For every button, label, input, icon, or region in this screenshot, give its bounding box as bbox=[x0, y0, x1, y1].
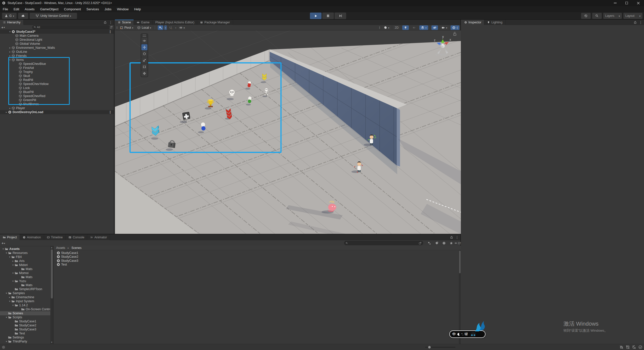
tab-animator[interactable]: Animator bbox=[87, 234, 110, 240]
expand-arrow-icon[interactable] bbox=[5, 291, 8, 295]
tab-hierarchy[interactable]: Hierarchy bbox=[0, 20, 24, 25]
tree-item[interactable]: Settings bbox=[0, 335, 50, 339]
panel-lock-icon[interactable] bbox=[103, 21, 107, 24]
tree-item[interactable]: 1.14.2 bbox=[0, 303, 50, 307]
hierarchy-item[interactable]: SpeedChevBlue bbox=[0, 62, 114, 66]
cloud-button[interactable] bbox=[18, 13, 28, 19]
expand-arrow-icon[interactable] bbox=[8, 106, 12, 110]
status-message-icon[interactable] bbox=[2, 346, 5, 349]
minimize-button[interactable] bbox=[609, 0, 621, 6]
zoom-slider-knob[interactable] bbox=[428, 346, 431, 348]
panel-lock-icon[interactable] bbox=[450, 236, 453, 239]
tab-player-input-actions[interactable]: Player (Input Actions Editor) bbox=[153, 20, 197, 25]
tab-console[interactable]: Console bbox=[66, 234, 87, 240]
transform-tool-button[interactable] bbox=[141, 70, 147, 76]
expand-arrow-icon[interactable] bbox=[8, 50, 12, 54]
ime-mode-label[interactable]: 中 bbox=[452, 332, 456, 336]
importance-filter-icon[interactable] bbox=[442, 241, 446, 245]
pivot-mode-dropdown[interactable]: Pivot bbox=[118, 25, 135, 30]
visible-count[interactable]: 22 bbox=[454, 242, 461, 245]
row-menu-icon[interactable] bbox=[108, 30, 112, 34]
rect-tool-button[interactable] bbox=[141, 64, 147, 70]
ime-key-label[interactable]: 键 bbox=[464, 332, 468, 336]
menu-services[interactable]: Services bbox=[84, 6, 102, 12]
global-search-button[interactable] bbox=[592, 13, 602, 19]
expand-arrow-icon[interactable] bbox=[11, 263, 15, 267]
expand-arrow-icon[interactable] bbox=[8, 255, 11, 259]
scene-viewport[interactable] bbox=[115, 30, 461, 234]
menu-edit[interactable]: Edit bbox=[11, 6, 22, 12]
view-tool-button[interactable] bbox=[141, 38, 147, 44]
create-asset-button[interactable]: + bbox=[2, 241, 5, 245]
tree-item[interactable]: StudyCase2 bbox=[0, 323, 50, 327]
tab-timeline[interactable]: Timeline bbox=[44, 234, 66, 240]
toggle-2d-button[interactable]: 2D bbox=[393, 25, 400, 30]
expand-arrow-icon[interactable] bbox=[8, 295, 11, 299]
step-button[interactable] bbox=[335, 13, 346, 19]
grid-visibility-caret[interactable] bbox=[164, 25, 167, 30]
cache-server-disabled-icon[interactable] bbox=[626, 345, 630, 349]
hierarchy-item[interactable]: GreenPill bbox=[0, 98, 114, 102]
expand-arrow-icon[interactable] bbox=[5, 110, 8, 114]
tree-item[interactable]: Test bbox=[0, 331, 50, 335]
version-control-button[interactable]: Unity Version Control bbox=[30, 13, 77, 19]
axis-y-label[interactable]: y bbox=[442, 35, 444, 38]
panel-menu-icon[interactable] bbox=[109, 20, 112, 24]
expand-arrow-icon[interactable] bbox=[5, 251, 8, 255]
asset-file[interactable]: StudyCase2 bbox=[54, 255, 461, 259]
menu-gameobject[interactable]: GameObject bbox=[37, 6, 61, 12]
tree-item-scenes[interactable]: Scenes bbox=[0, 311, 50, 315]
scene-audio-button[interactable] bbox=[411, 25, 417, 30]
account-button[interactable]: G bbox=[2, 13, 17, 19]
hierarchy-item[interactable]: RedPill bbox=[0, 78, 114, 82]
breadcrumb-current[interactable]: Scenes bbox=[71, 246, 82, 250]
overlay-drag-handle[interactable] bbox=[143, 35, 146, 37]
favorites-icon[interactable] bbox=[450, 241, 453, 245]
grid-visibility-button[interactable] bbox=[158, 25, 163, 30]
hierarchy-item[interactable]: FirstAid bbox=[0, 66, 114, 70]
tree-item[interactable]: Samples bbox=[0, 291, 50, 295]
scroll-up-icon[interactable]: ▲ bbox=[50, 246, 53, 249]
tree-item[interactable]: FBX bbox=[0, 255, 50, 259]
expand-arrow-icon[interactable] bbox=[8, 299, 11, 303]
orientation-gizmo[interactable]: y x z bbox=[429, 31, 462, 61]
menu-jobs[interactable]: Jobs bbox=[102, 6, 114, 12]
axis-z-label[interactable]: z bbox=[434, 38, 435, 42]
tree-item[interactable]: Cinemachine bbox=[0, 295, 50, 299]
hierarchy-item-items[interactable]: Items bbox=[0, 58, 114, 62]
hierarchy-item[interactable]: Global Volume bbox=[0, 42, 114, 46]
tab-scene[interactable]: Scene bbox=[115, 20, 134, 25]
gizmo-axes[interactable] bbox=[437, 39, 449, 54]
moon-icon[interactable] bbox=[457, 333, 460, 336]
hierarchy-item[interactable]: OutLine bbox=[0, 50, 114, 54]
scale-tool-button[interactable] bbox=[141, 57, 147, 63]
drag-handle-icon[interactable]: || bbox=[379, 26, 380, 29]
gizmo-lock-icon[interactable] bbox=[454, 32, 456, 35]
layout-dropdown[interactable]: Layout bbox=[623, 13, 642, 19]
layers-dropdown[interactable]: Layers bbox=[603, 13, 622, 19]
tab-lighting[interactable]: Lighting bbox=[484, 20, 505, 25]
hierarchy-item[interactable]: SkullBones bbox=[0, 102, 114, 106]
tree-item[interactable]: StudyCase3 bbox=[0, 327, 50, 331]
snap-toggle-button[interactable] bbox=[168, 25, 173, 30]
zoom-slider-track[interactable] bbox=[425, 347, 455, 347]
axis-x-label[interactable]: x bbox=[450, 38, 451, 41]
search-external-icon[interactable] bbox=[419, 242, 422, 245]
scene-lighting-button[interactable] bbox=[402, 25, 409, 30]
scroll-down-icon[interactable]: ▼ bbox=[50, 341, 53, 344]
breadcrumb-root[interactable]: Assets bbox=[56, 246, 65, 250]
activity-ok-icon[interactable] bbox=[638, 345, 642, 349]
tree-item[interactable]: On-Screen Contro bbox=[0, 307, 50, 311]
scrollbar-thumb[interactable] bbox=[51, 249, 53, 298]
expand-arrow-icon[interactable] bbox=[2, 247, 5, 251]
tab-package-manager[interactable]: Package Manager bbox=[197, 20, 233, 25]
hierarchy-item[interactable]: Skull bbox=[0, 74, 114, 78]
hierarchy-item[interactable]: Main Camera bbox=[0, 34, 114, 38]
snap-caret[interactable] bbox=[174, 25, 177, 30]
menu-file[interactable]: File bbox=[0, 6, 11, 12]
expand-arrow-icon[interactable] bbox=[5, 339, 8, 343]
pane-options-icon[interactable] bbox=[110, 26, 113, 29]
scene-effects-dropdown[interactable] bbox=[419, 25, 428, 30]
tree-item[interactable]: Input System bbox=[0, 299, 50, 303]
pause-button[interactable] bbox=[322, 13, 334, 19]
